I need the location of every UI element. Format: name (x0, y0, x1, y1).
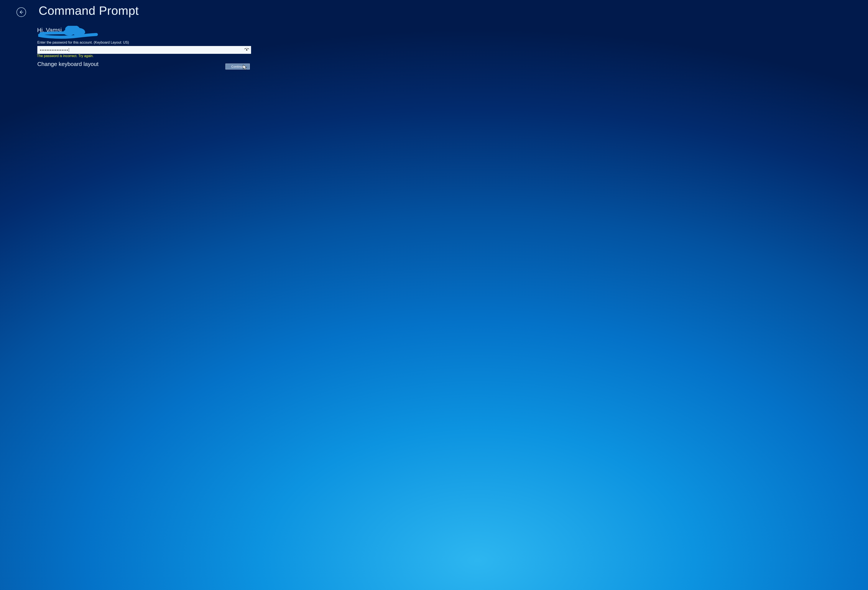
password-prompt-label: Enter the password for this account. (Ke… (37, 41, 129, 44)
svg-point-1 (72, 28, 85, 36)
page-title: Command Prompt (38, 3, 139, 18)
password-input[interactable]: ••••••••••••••••• (37, 46, 251, 54)
svg-point-2 (63, 29, 75, 35)
svg-point-0 (65, 26, 80, 34)
reveal-password-button[interactable] (242, 46, 251, 54)
error-message: The password is incorrect. Try again. (37, 54, 93, 58)
svg-point-3 (246, 49, 247, 50)
password-masked-value: ••••••••••••••••• (37, 48, 242, 52)
continue-button[interactable]: Continue (226, 63, 250, 69)
continue-button-label: Continue (231, 65, 244, 68)
text-caret-icon (69, 48, 69, 52)
back-button[interactable] (16, 7, 26, 17)
arrow-left-icon (19, 10, 24, 15)
change-keyboard-layout-link[interactable]: Change keyboard layout (37, 61, 99, 68)
greeting-text: Hi, Vamsi (37, 27, 62, 34)
eye-icon (244, 48, 249, 52)
password-dots: ••••••••••••••••• (40, 48, 69, 52)
